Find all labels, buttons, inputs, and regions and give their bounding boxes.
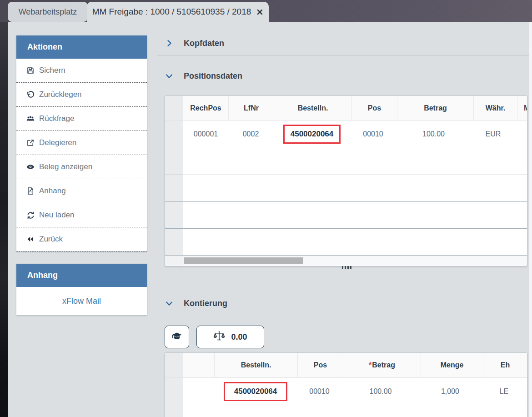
row-selector-footer [165, 256, 183, 266]
actions-panel: Aktionen Sichern Zurücklegen Rückfrage [16, 35, 147, 251]
section-title[interactable]: Kontierung [184, 299, 227, 308]
col-blank [183, 353, 215, 377]
table-row[interactable]: 4500020064 00010 100.00 1,000 LE [165, 378, 527, 405]
pdf-attachment-icon [26, 186, 35, 196]
col-rechpos: RechPos [183, 96, 229, 120]
action-label: Beleg anzeigen [39, 162, 92, 171]
table-row-empty [165, 202, 527, 229]
action-label: Sichern [39, 66, 65, 75]
reload-icon [26, 211, 35, 220]
window-right-edge [529, 22, 532, 417]
cell-lfnr: 0002 [228, 121, 273, 148]
cell-blank [183, 378, 214, 405]
action-zuruck[interactable]: Zurück [16, 227, 147, 251]
derive-account-assignment-button[interactable] [165, 326, 189, 348]
app-window: Webarbeitsplatz MM Freigabe : 1000 / 510… [0, 0, 532, 417]
cell-eh: LE [481, 378, 527, 405]
cell-bestelln: 4500020064 [273, 121, 351, 148]
col-waehr: Währ. [474, 96, 517, 120]
action-sichern[interactable]: Sichern [16, 59, 147, 82]
section-title[interactable]: Positionsdaten [184, 71, 242, 81]
table-row-empty [165, 405, 527, 417]
action-neu-laden[interactable]: Neu laden [16, 203, 147, 227]
section-positionsdaten: Positionsdaten [157, 67, 527, 85]
action-zurucklegen[interactable]: Zurücklegen [16, 82, 147, 106]
kontierung-table-header: Bestelln. Pos *Betrag Menge Eh [165, 353, 527, 378]
xflow-mail-link[interactable]: xFlow Mail [62, 296, 101, 306]
table-row-empty [165, 229, 527, 256]
action-label: Neu laden [39, 211, 75, 220]
horizontal-scrollbar[interactable] [165, 256, 527, 266]
positions-table-header: RechPos LfNr Bestelln. Pos Betrag Währ. … [165, 96, 527, 121]
action-label: Delegieren [39, 138, 76, 147]
cell-rechpos: 000001 [183, 121, 228, 148]
col-m: M [517, 96, 527, 120]
tab-label: MM Freigabe : 1000 / 5105610935 / 2018 [92, 7, 251, 17]
highlight-annotation-box: 4500020064 [283, 125, 341, 144]
section-kontierung: Kontierung [157, 295, 527, 312]
col-betrag: Betrag [397, 96, 474, 120]
action-beleg-anzeigen[interactable]: Beleg anzeigen [16, 155, 147, 179]
section-divider [157, 55, 529, 56]
chevron-right-icon[interactable] [164, 38, 174, 48]
actions-list: Sichern Zurücklegen Rückfrage Delegieren [16, 59, 147, 251]
anhang-panel: Anhang xFlow Mail [16, 264, 147, 315]
section-kopfdaten: Kopfdaten [157, 35, 527, 52]
action-label: Zurücklegen [39, 90, 82, 99]
tab-webarbeitsplatz[interactable]: Webarbeitsplatz [8, 2, 88, 22]
col-bestelln: Bestelln. [274, 96, 352, 120]
col-bestelln: Bestelln. [215, 353, 298, 377]
section-title[interactable]: Kopfdaten [184, 39, 224, 48]
undo-icon [26, 90, 35, 99]
fast-backward-icon [26, 235, 35, 244]
positions-table: RechPos LfNr Bestelln. Pos Betrag Währ. … [165, 95, 527, 266]
row-selector-header [165, 353, 183, 377]
action-label: Anhang [39, 186, 66, 196]
row-selector-header [165, 96, 183, 120]
chevron-down-icon[interactable] [164, 298, 174, 308]
save-icon [26, 66, 35, 75]
cell-betrag: 100.00 [396, 121, 472, 148]
action-label: Rückfrage [39, 114, 74, 123]
scrollbar-thumb[interactable] [184, 257, 303, 264]
cell-betrag: 100.00 [342, 378, 419, 405]
col-pos: Pos [298, 353, 343, 377]
action-ruckfrage[interactable]: Rückfrage [16, 106, 147, 131]
table-resize-grip[interactable] [342, 266, 351, 269]
highlight-annotation-box: 4500020064 [224, 382, 288, 401]
close-icon[interactable] [256, 9, 263, 15]
balance-button[interactable]: 0.00 [196, 326, 264, 348]
row-selector[interactable] [165, 378, 183, 405]
table-row[interactable]: 000001 0002 4500020064 00010 100.00 EUR [165, 121, 527, 148]
chevron-down-icon[interactable] [164, 71, 174, 81]
desktop-background-strip [0, 22, 8, 417]
cell-pos: 00010 [297, 378, 342, 405]
col-pos: Pos [352, 96, 397, 120]
row-selector[interactable] [165, 121, 183, 148]
col-eh: Eh [483, 353, 527, 377]
cell-waehr: EUR [472, 121, 515, 148]
tab-label: Webarbeitsplatz [19, 7, 77, 17]
anhang-panel-title: Anhang [16, 264, 147, 287]
col-lfnr: LfNr [229, 96, 274, 120]
graduation-cap-icon [171, 331, 182, 343]
table-row-empty [165, 175, 527, 202]
cell-m [515, 121, 527, 148]
required-marker: * [369, 361, 371, 369]
cell-menge: 1,000 [419, 378, 481, 405]
delegate-icon [26, 138, 35, 147]
action-anhang[interactable]: Anhang [16, 179, 147, 203]
col-betrag: *Betrag [343, 353, 421, 377]
kontierung-table: Bestelln. Pos *Betrag Menge Eh 450002006… [165, 352, 527, 417]
eye-icon [26, 162, 35, 171]
action-delegieren[interactable]: Delegieren [16, 131, 147, 155]
action-label: Zurück [39, 235, 63, 244]
tab-mm-freigabe[interactable]: MM Freigabe : 1000 / 5105610935 / 2018 [87, 2, 269, 22]
cell-bestelln: 4500020064 [214, 378, 297, 405]
actions-panel-title: Aktionen [16, 35, 147, 59]
scales-icon [213, 330, 225, 344]
cell-pos: 00010 [351, 121, 396, 148]
users-icon [26, 114, 35, 123]
col-menge: Menge [421, 353, 483, 377]
balance-value: 0.00 [231, 332, 247, 342]
